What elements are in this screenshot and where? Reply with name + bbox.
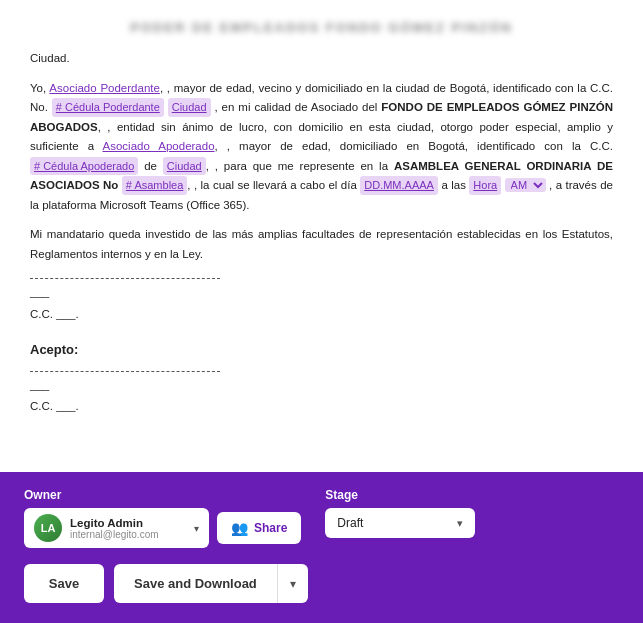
owner-dropdown[interactable]: LA Legito Admin internal@legito.com ▾	[24, 508, 209, 548]
text-mayor2: , mayor de edad, domiciliado en Bogotá, …	[227, 140, 613, 152]
date-field[interactable]: DD.MM.AAAA	[360, 176, 438, 195]
share-button[interactable]: 👥 Share	[217, 512, 301, 544]
share-label: Share	[254, 521, 287, 535]
owner-info: Legito Admin internal@legito.com	[70, 517, 186, 540]
panel-row-owner-stage: Owner LA Legito Admin internal@legito.co…	[24, 488, 619, 548]
asociado-poderdante-link[interactable]: Asociado Poderdante	[49, 82, 160, 94]
doc-title: PODER DE EMPLEADOS FONDO GÓMEZ PINZÓN	[30, 20, 613, 35]
signature-section-1: ___ C.C. ___.	[30, 278, 613, 324]
save-button[interactable]: Save	[24, 564, 104, 603]
owner-share-group: LA Legito Admin internal@legito.com ▾ 👥 …	[24, 508, 301, 548]
share-icon: 👥	[231, 520, 248, 536]
cedula-poderdante-field[interactable]: # Cédula Poderdante	[52, 98, 164, 117]
stage-dropdown[interactable]: Draft ▾	[325, 508, 475, 538]
stage-field-group: Stage Draft ▾	[325, 488, 475, 538]
owner-field-group: Owner LA Legito Admin internal@legito.co…	[24, 488, 301, 548]
owner-chevron-icon: ▾	[194, 523, 199, 534]
stage-value: Draft	[337, 516, 363, 530]
signature-label-2: ___	[30, 376, 613, 396]
text-para: , para que me represente en la	[215, 160, 388, 172]
save-download-chevron-button[interactable]: ▾	[278, 564, 308, 603]
text-yo: Yo,	[30, 82, 46, 94]
signature-label-1: ___	[30, 283, 613, 303]
ciudad-field-2[interactable]: Ciudad	[163, 157, 206, 176]
ciudad-field-1[interactable]: Ciudad	[168, 98, 211, 117]
document-body: Ciudad. Yo, Asociado Poderdante, , mayor…	[30, 49, 613, 417]
asociado-apoderado-link[interactable]: Asociado Apoderado	[103, 140, 215, 152]
owner-label: Owner	[24, 488, 301, 502]
bottom-panel: Owner LA Legito Admin internal@legito.co…	[0, 472, 643, 623]
text-alas: a las	[441, 179, 466, 191]
text-cual: , la cual se llevará a cabo el día	[194, 179, 357, 191]
cc-label-1: C.C. ___.	[30, 305, 613, 325]
asamblea-field[interactable]: # Asamblea	[122, 176, 187, 195]
signature-line-2	[30, 371, 220, 372]
stage-chevron-icon: ▾	[457, 517, 463, 530]
hora-field[interactable]: Hora	[469, 176, 501, 195]
main-paragraph: Yo, Asociado Poderdante, , mayor de edad…	[30, 79, 613, 216]
owner-name: Legito Admin	[70, 517, 186, 529]
text-de: de	[144, 160, 157, 172]
save-download-group: Save and Download ▾	[114, 564, 308, 603]
stage-label: Stage	[325, 488, 475, 502]
cc-label-2: C.C. ___.	[30, 397, 613, 417]
am-pm-select[interactable]: AM PM	[505, 178, 546, 192]
acepto-title: Acepto:	[30, 339, 613, 361]
owner-email: internal@legito.com	[70, 529, 186, 540]
owner-avatar: LA	[34, 514, 62, 542]
mandatario-paragraph: Mi mandatario queda investido de las más…	[30, 225, 613, 264]
acepto-section: Acepto: ___ C.C. ___.	[30, 339, 613, 417]
text-calidad: , en mi calidad de Asociado del	[215, 101, 378, 113]
signature-line-1	[30, 278, 220, 279]
document-area: PODER DE EMPLEADOS FONDO GÓMEZ PINZÓN Ci…	[0, 0, 643, 472]
city-label: Ciudad.	[30, 49, 613, 69]
cedula-apoderado-field[interactable]: # Cédula Apoderado	[30, 157, 138, 176]
panel-action-buttons: Save Save and Download ▾	[24, 564, 619, 603]
save-and-download-button[interactable]: Save and Download	[114, 564, 278, 603]
